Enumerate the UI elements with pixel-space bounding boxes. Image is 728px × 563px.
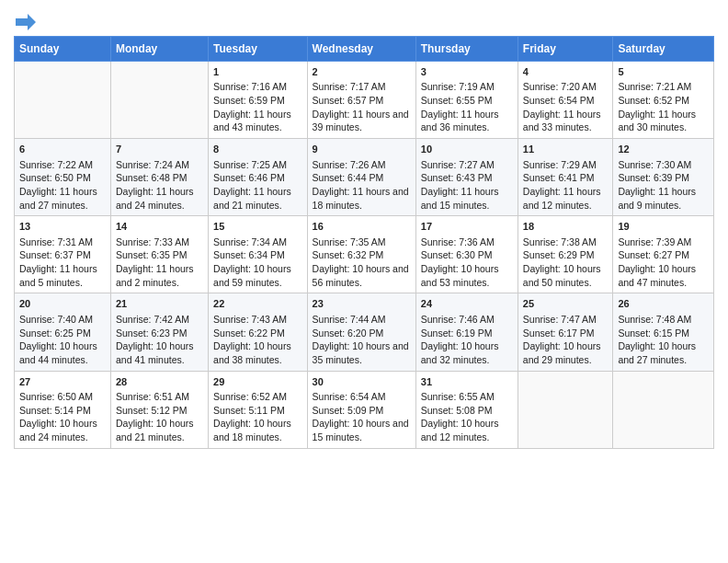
cell-text: Sunset: 5:09 PM (313, 404, 411, 418)
cell-text: Daylight: 11 hours and 21 minutes. (213, 185, 302, 212)
cell-text: Sunset: 6:57 PM (313, 94, 411, 108)
cell-text: Daylight: 10 hours and 15 minutes. (313, 417, 411, 443)
cell-text: Sunrise: 7:30 AM (618, 158, 709, 172)
cell-text: Daylight: 10 hours and 41 minutes. (116, 339, 203, 366)
header-day: Wednesday (307, 37, 415, 62)
header-day: Friday (518, 37, 613, 62)
cell-text: Sunset: 6:43 PM (421, 171, 513, 185)
calendar-cell: 4Sunrise: 7:20 AMSunset: 6:54 PMDaylight… (518, 62, 613, 139)
cell-text: Sunset: 6:23 PM (116, 327, 203, 340)
calendar-cell (110, 62, 208, 139)
cell-text: Sunrise: 7:25 AM (213, 158, 302, 172)
calendar-cell: 17Sunrise: 7:36 AMSunset: 6:30 PMDayligh… (415, 216, 518, 293)
cell-text: Sunrise: 7:31 AM (19, 236, 106, 249)
cell-text: Daylight: 11 hours and 9 minutes. (618, 185, 709, 212)
calendar-cell: 6Sunrise: 7:22 AMSunset: 6:50 PMDaylight… (15, 139, 111, 216)
cell-text: Daylight: 10 hours and 38 minutes. (213, 339, 302, 366)
cell-text: Sunrise: 6:50 AM (19, 390, 106, 404)
calendar-cell: 30Sunrise: 6:54 AMSunset: 5:09 PMDayligh… (307, 371, 415, 448)
cell-text: Daylight: 10 hours and 44 minutes. (19, 339, 106, 366)
cell-text: Daylight: 11 hours and 2 minutes. (116, 262, 203, 289)
day-number: 4 (523, 65, 609, 79)
cell-text: Daylight: 11 hours and 24 minutes. (116, 185, 203, 212)
day-number: 30 (313, 375, 411, 389)
day-number: 10 (421, 143, 513, 156)
cell-text: Sunrise: 7:22 AM (19, 158, 106, 172)
day-number: 1 (213, 65, 302, 79)
cell-text: Sunrise: 7:42 AM (116, 313, 203, 327)
calendar-cell: 12Sunrise: 7:30 AMSunset: 6:39 PMDayligh… (613, 139, 714, 216)
cell-text: Sunrise: 7:20 AM (523, 80, 609, 94)
header-day: Tuesday (209, 37, 308, 62)
cell-text: Sunrise: 7:29 AM (523, 158, 609, 172)
day-number: 29 (213, 375, 302, 389)
cell-text: Sunset: 5:12 PM (116, 404, 203, 418)
calendar-cell: 18Sunrise: 7:38 AMSunset: 6:29 PMDayligh… (518, 216, 613, 293)
calendar-cell: 9Sunrise: 7:26 AMSunset: 6:44 PMDaylight… (307, 139, 415, 216)
cell-text: Sunset: 6:37 PM (19, 248, 106, 262)
calendar-week-row: 1Sunrise: 7:16 AMSunset: 6:59 PMDaylight… (15, 62, 714, 139)
cell-text: Sunrise: 7:24 AM (116, 158, 203, 172)
cell-text: Sunset: 6:32 PM (313, 248, 411, 262)
cell-text: Sunset: 6:44 PM (313, 171, 411, 185)
day-number: 8 (213, 143, 302, 156)
calendar-cell: 15Sunrise: 7:34 AMSunset: 6:34 PMDayligh… (209, 216, 308, 293)
calendar-cell: 24Sunrise: 7:46 AMSunset: 6:19 PMDayligh… (415, 293, 518, 371)
cell-text: Sunset: 6:54 PM (523, 94, 609, 108)
cell-text: Daylight: 10 hours and 24 minutes. (19, 417, 106, 443)
cell-text: Daylight: 11 hours and 18 minutes. (313, 185, 411, 212)
calendar-cell: 20Sunrise: 7:40 AMSunset: 6:25 PMDayligh… (15, 293, 111, 371)
cell-text: Sunrise: 7:47 AM (523, 313, 609, 327)
calendar-cell: 1Sunrise: 7:16 AMSunset: 6:59 PMDaylight… (209, 62, 308, 139)
calendar-cell (518, 371, 613, 448)
cell-text: Sunset: 6:25 PM (19, 327, 106, 340)
cell-text: Sunrise: 7:48 AM (618, 313, 709, 327)
cell-text: Daylight: 10 hours and 50 minutes. (523, 262, 609, 289)
cell-text: Sunrise: 7:44 AM (313, 313, 411, 327)
cell-text: Sunrise: 6:54 AM (313, 390, 411, 404)
cell-text: Sunset: 6:17 PM (523, 327, 609, 340)
cell-text: Sunrise: 6:52 AM (213, 390, 302, 404)
cell-text: Daylight: 11 hours and 39 minutes. (313, 108, 411, 134)
cell-text: Daylight: 10 hours and 56 minutes. (313, 262, 411, 289)
cell-text: Sunset: 6:52 PM (618, 94, 709, 108)
calendar-cell: 14Sunrise: 7:33 AMSunset: 6:35 PMDayligh… (110, 216, 208, 293)
header-day: Monday (110, 37, 208, 62)
cell-text: Daylight: 11 hours and 33 minutes. (523, 108, 609, 134)
cell-text: Sunset: 5:11 PM (213, 404, 302, 418)
day-number: 7 (116, 143, 203, 156)
cell-text: Sunrise: 7:27 AM (421, 158, 513, 172)
calendar-week-row: 27Sunrise: 6:50 AMSunset: 5:14 PMDayligh… (15, 371, 714, 448)
calendar-cell (15, 62, 111, 139)
svg-marker-0 (16, 14, 36, 30)
cell-text: Sunset: 6:19 PM (421, 327, 513, 340)
cell-text: Daylight: 11 hours and 30 minutes. (618, 108, 709, 134)
calendar-cell: 8Sunrise: 7:25 AMSunset: 6:46 PMDaylight… (209, 139, 308, 216)
cell-text: Sunrise: 7:34 AM (213, 236, 302, 249)
cell-text: Sunrise: 7:43 AM (213, 313, 302, 327)
day-number: 14 (116, 220, 203, 234)
day-number: 15 (213, 220, 302, 234)
calendar-cell: 13Sunrise: 7:31 AMSunset: 6:37 PMDayligh… (15, 216, 111, 293)
cell-text: Sunset: 6:46 PM (213, 171, 302, 185)
day-number: 6 (19, 143, 106, 156)
calendar-week-row: 6Sunrise: 7:22 AMSunset: 6:50 PMDaylight… (15, 139, 714, 216)
calendar-cell: 19Sunrise: 7:39 AMSunset: 6:27 PMDayligh… (613, 216, 714, 293)
day-number: 21 (116, 297, 203, 311)
day-number: 9 (313, 143, 411, 156)
day-number: 23 (313, 297, 411, 311)
cell-text: Sunrise: 7:46 AM (421, 313, 513, 327)
calendar-cell: 26Sunrise: 7:48 AMSunset: 6:15 PMDayligh… (613, 293, 714, 371)
cell-text: Sunset: 6:41 PM (523, 171, 609, 185)
cell-text: Daylight: 10 hours and 21 minutes. (116, 417, 203, 443)
cell-text: Daylight: 10 hours and 35 minutes. (313, 339, 411, 366)
cell-text: Daylight: 11 hours and 43 minutes. (213, 108, 302, 134)
cell-text: Sunrise: 7:35 AM (313, 236, 411, 249)
calendar-cell: 16Sunrise: 7:35 AMSunset: 6:32 PMDayligh… (307, 216, 415, 293)
cell-text: Daylight: 11 hours and 27 minutes. (19, 185, 106, 212)
day-number: 28 (116, 375, 203, 389)
cell-text: Sunset: 6:39 PM (618, 171, 709, 185)
calendar-cell (613, 371, 714, 448)
cell-text: Sunset: 6:29 PM (523, 248, 609, 262)
cell-text: Sunset: 6:35 PM (116, 248, 203, 262)
